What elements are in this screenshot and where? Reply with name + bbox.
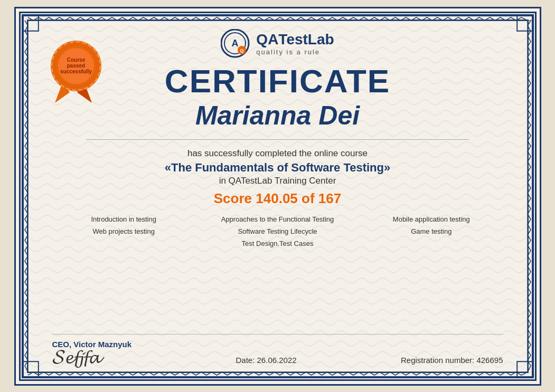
- skill-item: Approaches to the Functional Testing: [206, 214, 349, 224]
- logo-qa: QA: [256, 31, 278, 48]
- skill-item: Introduction in testing: [52, 214, 195, 224]
- certificate-title: CERTIFICATE: [165, 63, 390, 99]
- divider-line: [86, 139, 469, 140]
- skill-item: Web projects testing: [52, 226, 195, 236]
- course-badge: Course passed successfully: [50, 34, 108, 103]
- recipient-name: Marianna Dei: [195, 100, 360, 131]
- svg-text:Q: Q: [240, 48, 244, 53]
- svg-text:passed: passed: [67, 63, 84, 69]
- skill-item: Game testing: [360, 226, 503, 236]
- svg-text:successfully: successfully: [60, 69, 91, 74]
- logo-tagline: quality is a rule: [256, 48, 334, 56]
- score-display: Score 140.05 of 167: [214, 190, 341, 207]
- score-label: Score: [214, 190, 252, 206]
- training-center: in QATestLab Training Center: [219, 176, 336, 186]
- logo-area: A Q QA TestLab quality is a rule: [221, 29, 334, 58]
- skill-item: Software Testing Lifecycle: [206, 226, 349, 236]
- skill-item: Mobile application testing: [360, 214, 503, 224]
- course-name: «The Fundamentals of Software Testing»: [165, 161, 390, 175]
- certificate: Course passed successfully A Q QA TestLa…: [19, 12, 537, 381]
- svg-text:Course: Course: [67, 57, 85, 63]
- skills-grid: Introduction in testing Approaches to th…: [52, 214, 503, 248]
- score-value: 140.05: [256, 190, 298, 206]
- completion-text: has successfully completed the online co…: [187, 148, 368, 159]
- skill-item: Test Design.Test Cases: [206, 238, 349, 248]
- logo-text: QA TestLab quality is a rule: [256, 31, 334, 56]
- svg-text:A: A: [232, 38, 239, 49]
- score-of: of: [302, 190, 315, 206]
- logo-name: TestLab: [278, 31, 334, 48]
- qa-logo-icon: A Q: [221, 29, 250, 58]
- skill-item: [360, 238, 503, 248]
- score-total: 167: [318, 190, 341, 206]
- skill-item: [52, 238, 195, 248]
